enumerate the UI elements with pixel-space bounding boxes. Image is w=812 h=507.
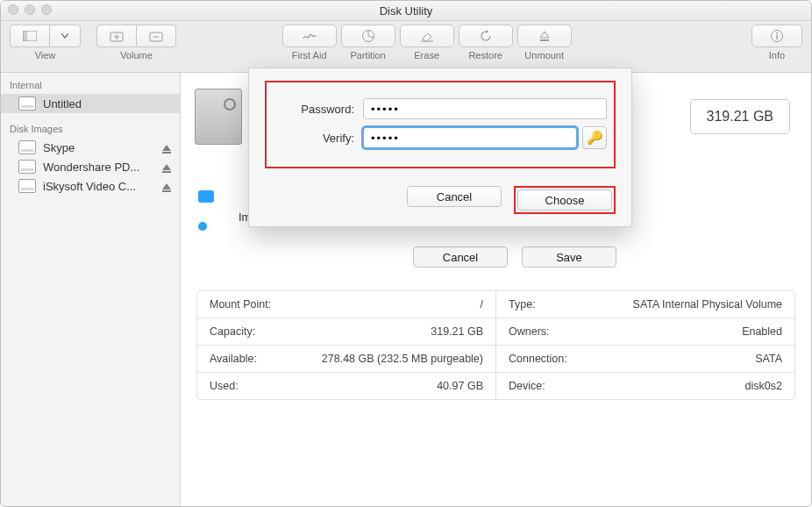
view-label: View (35, 50, 56, 61)
sidebar-item-label: Skype (43, 141, 75, 154)
volume-info-table: Mount Point:/ Type:SATA Internal Physica… (196, 290, 795, 400)
mount-point-label: Mount Point: (210, 298, 271, 311)
first-aid-label: First Aid (292, 50, 327, 61)
sheet-cancel-label: Cancel (443, 251, 478, 264)
password-input[interactable] (363, 98, 607, 119)
verify-row: Verify: 🔑 (274, 126, 607, 149)
sidebar-item-skype[interactable]: Skype (1, 138, 180, 157)
sheet-save-label: Save (556, 251, 582, 264)
restore-button[interactable] (459, 25, 513, 47)
verify-label: Verify: (274, 132, 354, 145)
sidebar-header-internal: Internal (1, 76, 180, 94)
password-choose-label: Choose (545, 194, 585, 207)
diskimage-icon (18, 140, 36, 154)
size-chip: 319.21 GB (690, 99, 791, 134)
erase-label: Erase (414, 50, 439, 61)
chevron-down-icon (61, 33, 68, 39)
minimize-traffic-icon[interactable] (25, 4, 35, 15)
info-button[interactable] (751, 25, 802, 47)
info-icon (770, 29, 784, 43)
close-traffic-icon[interactable] (8, 4, 18, 15)
svg-point-11 (776, 32, 778, 34)
usage-swatch-1 (198, 190, 214, 203)
drive-icon (195, 89, 242, 145)
used-label: Used: (210, 380, 239, 392)
usage-swatch-2 (198, 222, 207, 231)
unmount-button[interactable] (517, 25, 572, 47)
volume-add-button[interactable] (96, 25, 137, 47)
owners-label: Owners: (509, 325, 550, 338)
volume-add-icon (110, 30, 124, 42)
view-group: View (10, 25, 81, 61)
password-choose-button[interactable]: Choose (517, 189, 612, 211)
password-dialog: Password: Verify: 🔑 Cancel Choose (248, 68, 632, 227)
eject-icon[interactable] (162, 145, 171, 151)
titlebar: Disk Utility (1, 1, 811, 21)
password-dialog-buttons: Cancel Choose (265, 186, 616, 214)
volume-remove-button[interactable] (137, 25, 176, 47)
partition-icon (361, 29, 375, 43)
sidebar-item-iskysoft[interactable]: iSkysoft Video C... (1, 176, 180, 196)
svg-rect-12 (776, 35, 777, 39)
usage-swatches (198, 190, 214, 231)
unmount-label: Unmount (524, 50, 564, 61)
diskimage-icon (18, 179, 36, 193)
password-label: Password: (274, 103, 354, 116)
eject-icon[interactable] (162, 164, 171, 170)
password-cancel-button[interactable]: Cancel (407, 186, 502, 207)
password-cancel-label: Cancel (437, 190, 472, 204)
connection-label: Connection: (509, 353, 567, 365)
partition-button[interactable] (341, 25, 395, 47)
password-row: Password: (274, 98, 607, 119)
password-assistant-button[interactable]: 🔑 (582, 126, 607, 149)
partition-label: Partition (350, 50, 385, 61)
capacity-label: Capacity: (210, 325, 255, 338)
info-label: Info (769, 50, 785, 61)
sidebar-icon (23, 31, 37, 41)
sidebar-header-diskimages: Disk Images (1, 120, 180, 138)
volume-group: Volume (96, 25, 176, 61)
volume-remove-icon (149, 30, 163, 42)
toolbar: View Volume First Aid (1, 21, 811, 73)
sheet-save-button[interactable]: Save (522, 246, 616, 268)
table-row: Available:278.48 GB (232.5 MB purgeable)… (197, 346, 794, 373)
view-menu-button[interactable] (50, 25, 81, 47)
info-group: Info (751, 25, 802, 61)
sidebar-item-label: Untitled (43, 97, 82, 111)
sidebar-item-untitled[interactable]: Untitled (1, 94, 180, 113)
sheet-buttons: Cancel Save (413, 246, 616, 268)
volume-label: Volume (120, 50, 153, 61)
first-aid-button[interactable] (282, 25, 337, 47)
sidebar: Internal Untitled Disk Images Skype Wond… (1, 73, 181, 506)
type-label: Type: (509, 298, 536, 311)
zoom-traffic-icon[interactable] (41, 4, 52, 15)
svg-rect-1 (23, 31, 27, 41)
device-label: Device: (509, 380, 545, 392)
view-sidebar-button[interactable] (10, 25, 50, 47)
table-row: Used:40.97 GB Device:disk0s2 (197, 373, 794, 399)
svg-rect-9 (540, 39, 549, 41)
first-aid-icon (302, 30, 317, 42)
connection-value: SATA (755, 353, 782, 365)
key-icon: 🔑 (587, 130, 603, 146)
capacity-value: 319.21 GB (431, 325, 483, 338)
volume-icon (18, 96, 36, 111)
unmount-icon (538, 30, 551, 42)
erase-button[interactable] (400, 25, 454, 47)
owners-value: Enabled (742, 325, 782, 338)
choose-highlight: Choose (514, 186, 616, 214)
sheet-cancel-button[interactable]: Cancel (413, 246, 508, 268)
toolbar-center: First Aid Partition Erase Restore (282, 25, 572, 61)
disk-utility-window: Disk Utility View (0, 0, 812, 507)
password-fields-highlight: Password: Verify: 🔑 (265, 81, 616, 168)
available-value: 278.48 GB (232.5 MB purgeable) (322, 353, 483, 365)
available-label: Available: (210, 353, 257, 365)
table-row: Mount Point:/ Type:SATA Internal Physica… (197, 291, 794, 318)
verify-input[interactable] (363, 127, 577, 148)
diskimage-icon (18, 160, 36, 174)
mount-point-value: / (481, 298, 483, 311)
eject-icon[interactable] (162, 183, 171, 189)
restore-label: Restore (468, 50, 502, 61)
erase-icon (420, 30, 434, 42)
sidebar-item-wondershare[interactable]: Wondershare PD... (1, 157, 180, 176)
